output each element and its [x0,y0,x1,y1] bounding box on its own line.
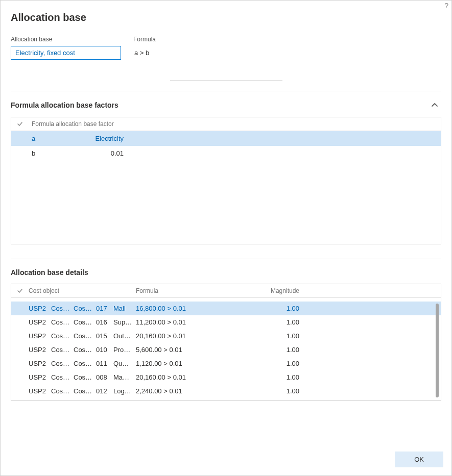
table-row[interactable]: USP2Cos…Cos…012Log…2,240.00 > 0.011.00 [11,384,441,398]
magnitude-header: Magnitude [269,287,299,294]
cost-object-c2: Cos… [51,318,74,326]
formula-header: Formula [136,287,269,294]
scrollbar-thumb[interactable] [436,304,439,397]
cost-object-c3: Cos… [74,305,96,312]
row-magnitude: 1.00 [269,346,299,354]
cost-object-c1: USP2 [29,305,51,312]
table-row[interactable]: USP2Cos…Cos…017Mall16,800.00 > 0.011.00 [11,302,441,315]
cost-object-c2: Cos… [51,332,74,340]
dialog-content: Allocation base Allocation base Formula … [1,1,451,445]
details-grid-header: Cost object Formula Magnitude [11,284,441,298]
formula-value: a > b [133,46,156,60]
details-grid: Cost object Formula Magnitude USP2Cos…Co… [11,284,441,401]
cost-object-c4: 017 [96,305,113,312]
cost-object-c1: USP2 [29,360,51,367]
cost-object-header: Cost object [29,287,136,294]
cost-object-c1: USP2 [29,346,51,354]
factor-symbol: b [16,149,73,157]
factors-column-header: Formula allocation base factor [29,120,436,128]
row-magnitude: 1.00 [269,387,299,395]
cost-object-c2: Cos… [51,360,74,367]
row-magnitude: 1.00 [269,373,299,381]
factors-grid: Formula allocation base factor aElectric… [11,117,441,244]
allocation-base-field: Allocation base [11,36,121,60]
row-magnitude: 1.00 [269,360,299,367]
cost-object-c4: 016 [96,318,113,326]
cost-object-c3: Cos… [74,332,96,340]
allocation-base-label: Allocation base [11,36,121,43]
table-row[interactable]: USP2Cos…Cos…008Ma…20,160.00 > 0.011.00 [11,370,441,384]
row-formula: 16,800.00 > 0.01 [136,305,269,312]
cost-object-c2: Cos… [51,346,74,354]
chevron-up-icon[interactable] [428,101,441,110]
cost-object-c3: Cos… [74,373,96,381]
formula-field: Formula a > b [133,36,156,60]
factors-grid-header: Formula allocation base factor [11,117,441,131]
help-icon[interactable]: ? [444,2,448,10]
factors-section-title: Formula allocation base factors [11,101,118,109]
page-title: Allocation base [11,12,441,23]
cost-object-c1: USP2 [29,332,51,340]
row-formula: 2,240.00 > 0.01 [136,387,269,395]
row-formula: 1,120.00 > 0.01 [136,360,269,367]
cost-object-c4: 010 [96,346,113,354]
cost-object-c5: Log… [113,387,136,395]
cost-object-c3: Cos… [74,318,96,326]
cost-object-c5: Mall [113,305,136,312]
checkmark-icon [16,120,29,128]
formula-label: Formula [133,36,156,43]
row-magnitude: 1.00 [269,332,299,340]
cost-object-c5: Sup… [113,318,136,326]
factor-value: Electricity [73,135,129,142]
cost-object-c5: Ma… [113,373,136,381]
cost-object-c2: Cos… [51,305,74,312]
cost-object-c2: Cos… [51,387,74,395]
row-magnitude: 1.00 [269,318,299,326]
details-section-title: Allocation base details [11,268,88,277]
factor-value: 0.01 [73,149,129,157]
cost-object-c1: USP2 [29,387,51,395]
field-row: Allocation base Formula a > b [11,36,441,60]
table-row[interactable]: USP2Cos…Cos…010Pro…5,600.00 > 0.011.00 [11,343,441,357]
ok-button[interactable]: OK [395,452,443,467]
section-divider-mid [11,259,441,259]
cost-object-c3: Cos… [74,346,96,354]
allocation-base-input[interactable] [11,46,121,60]
row-formula: 11,200.00 > 0.01 [136,318,269,326]
divider [170,80,282,81]
cost-object-c2: Cos… [51,373,74,381]
cost-object-c3: Cos… [74,387,96,395]
cost-object-c4: 012 [96,387,113,395]
dialog-footer: OK [1,445,451,475]
factor-row[interactable]: b0.01 [11,146,441,161]
section-divider-top [11,91,441,91]
factor-row[interactable]: aElectricity [11,131,441,146]
cost-object-c3: Cos… [74,360,96,367]
cost-object-c4: 011 [96,360,113,367]
details-grid-body[interactable]: USP2Cos…Cos…017Mall16,800.00 > 0.011.00U… [11,302,441,400]
details-section-head: Allocation base details [11,268,441,277]
row-formula: 20,160.00 > 0.01 [136,373,269,381]
factors-grid-body: aElectricityb0.01 [11,131,441,161]
table-row[interactable]: USP2Cos…Cos…015Out…20,160.00 > 0.011.00 [11,329,441,343]
table-row[interactable]: USP2Cos…Cos…011Qu…1,120.00 > 0.011.00 [11,357,441,370]
factor-symbol: a [16,135,73,142]
row-formula: 20,160.00 > 0.01 [136,332,269,340]
cost-object-c1: USP2 [29,318,51,326]
cost-object-c4: 015 [96,332,113,340]
cost-object-c5: Out… [113,332,136,340]
cost-object-c1: USP2 [29,373,51,381]
table-row[interactable]: USP2Cos…Cos…016Sup…11,200.00 > 0.011.00 [11,315,441,329]
allocation-base-dialog: ? Allocation base Allocation base Formul… [0,0,452,476]
cost-object-c5: Qu… [113,360,136,367]
cost-object-c5: Pro… [113,346,136,354]
cost-object-c4: 008 [96,373,113,381]
factors-section-head: Formula allocation base factors [11,101,441,110]
row-magnitude: 1.00 [269,305,299,312]
checkmark-icon [16,287,29,294]
row-formula: 5,600.00 > 0.01 [136,346,269,354]
